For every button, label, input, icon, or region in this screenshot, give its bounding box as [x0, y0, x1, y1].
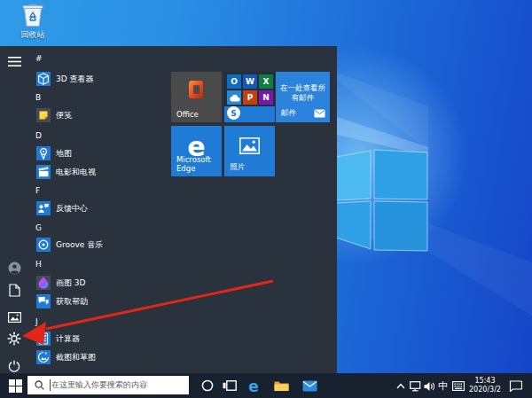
app-item-label: 截图和草图 — [56, 352, 96, 363]
feedback-icon — [36, 201, 51, 215]
tile-office[interactable]: Office — [171, 72, 222, 122]
tile-photos[interactable]: 照片 — [224, 126, 275, 176]
rail-power-button[interactable] — [6, 358, 22, 374]
task-view-icon — [223, 379, 237, 392]
tile-office-label: Office — [176, 110, 199, 119]
file-explorer-button[interactable] — [273, 378, 289, 393]
chevron-up-icon — [396, 383, 405, 389]
volume-status[interactable] — [423, 380, 436, 392]
paint-3d-icon — [36, 276, 51, 290]
rail-settings-button[interactable] — [6, 331, 22, 347]
clock-time: 15:43 — [465, 377, 505, 386]
app-section-header-2[interactable]: D — [35, 130, 42, 141]
tray-expand-button[interactable] — [395, 381, 407, 390]
search-placeholder: 在这里输入你要搜索的内容 — [51, 379, 147, 391]
cortana-icon — [201, 379, 214, 392]
app-section-header-0[interactable]: # — [35, 53, 43, 64]
start-menu: #3D 查看器B便笺D地图电影和电视F反馈中心GGroove 音乐H画图 3D获… — [0, 46, 337, 373]
network-status[interactable] — [409, 380, 423, 392]
app-item[interactable]: 便笺 — [36, 108, 72, 122]
movies-tv-icon — [36, 165, 51, 179]
app-section-header-3[interactable]: F — [35, 185, 40, 196]
app-item-label: 地图 — [56, 148, 72, 160]
recycle-bin-icon — [21, 2, 44, 28]
app-item[interactable]: 截图和草图 — [36, 350, 96, 364]
app-item[interactable]: Groove 音乐 — [36, 238, 103, 252]
app-item[interactable]: 3D 查看器 — [36, 72, 94, 86]
app-item-label: 画图 3D — [56, 277, 86, 289]
sticky-note-icon — [36, 108, 51, 122]
action-center-button[interactable] — [507, 379, 523, 393]
groove-music-icon — [36, 238, 51, 252]
app-section-header-6[interactable]: J — [35, 316, 38, 327]
app-section-header-1[interactable]: B — [35, 92, 41, 103]
edge-taskbar-button[interactable]: e — [245, 378, 262, 394]
tile-mail[interactable]: 在一处查看所有邮件 邮件 — [276, 72, 330, 122]
recycle-bin[interactable]: 回收站 — [12, 2, 53, 41]
rail-user-button[interactable] — [6, 260, 22, 276]
tile-photos-label: 照片 — [230, 162, 245, 173]
edge-icon: e — [248, 378, 259, 394]
rail-documents-button[interactable] — [6, 282, 22, 298]
envelope-icon — [314, 109, 325, 118]
app-item-label: 反馈中心 — [56, 203, 88, 215]
clock-date: 2020/3/2 — [465, 386, 505, 394]
start-button[interactable] — [7, 378, 24, 394]
mini-tile-word-icon: W — [243, 74, 257, 89]
photos-icon — [239, 137, 260, 154]
tile-microsoft-edge[interactable]: e Microsoft Edge — [171, 126, 222, 176]
text-cursor — [50, 379, 51, 391]
rail-pictures-button[interactable] — [6, 309, 22, 325]
app-section-header-4[interactable]: G — [35, 222, 42, 233]
taskbar-clock[interactable]: 15:43 2020/3/2 — [465, 373, 505, 398]
app-item-label: 计算器 — [56, 333, 80, 345]
folder-icon — [274, 379, 289, 392]
network-icon — [410, 381, 422, 392]
action-center-icon — [509, 380, 522, 392]
mail-envelope-icon — [302, 380, 317, 392]
windows-logo-icon — [9, 379, 22, 393]
get-help-icon — [36, 294, 51, 308]
office-logo-icon — [186, 80, 206, 99]
keyboard-icon — [452, 381, 465, 391]
touch-keyboard-button[interactable] — [451, 380, 466, 392]
app-item[interactable]: 计算器 — [36, 332, 80, 346]
taskbar: 在这里输入你要搜索的内容 e — [0, 373, 532, 398]
app-item-label: 便笺 — [56, 110, 72, 121]
app-item[interactable]: 获取帮助 — [36, 294, 88, 308]
mail-tile-headline: 在一处查看所有邮件 — [276, 83, 330, 103]
mini-tile-outlook-icon: O — [227, 74, 241, 89]
search-icon — [35, 380, 44, 390]
taskbar-search-input[interactable]: 在这里输入你要搜索的内容 — [27, 375, 190, 395]
mail-tile-label: 邮件 — [281, 108, 296, 119]
app-item-label: Groove 音乐 — [56, 239, 103, 251]
speaker-icon — [424, 381, 435, 392]
recycle-bin-label: 回收站 — [12, 29, 53, 41]
app-item[interactable]: 电影和电视 — [36, 165, 96, 179]
ime-indicator[interactable]: 中 — [436, 378, 450, 393]
app-item-label: 3D 查看器 — [56, 74, 94, 85]
task-view-button[interactable] — [222, 378, 237, 393]
cortana-button[interactable] — [200, 378, 215, 393]
mini-tile-onedrive-icon — [227, 90, 241, 105]
mini-tile-skype-icon: S — [227, 106, 240, 120]
app-section-header-5[interactable]: H — [35, 259, 42, 269]
mail-taskbar-button[interactable] — [301, 379, 317, 392]
mini-tile-powerpoint-icon: P — [243, 90, 257, 105]
tile-office-apps-folder[interactable]: OWXPNS — [224, 72, 275, 122]
app-item-label: 获取帮助 — [56, 296, 88, 308]
tile-edge-label: Microsoft Edge — [176, 155, 222, 173]
rail-menu-button[interactable] — [6, 53, 22, 69]
app-item[interactable]: 反馈中心 — [36, 201, 88, 215]
app-item[interactable]: 画图 3D — [36, 276, 86, 290]
desktop: 回收站 #3D 查看器B便笺D地图电影和电视F反馈中心GGroove 音乐H画图… — [0, 0, 532, 398]
map-pin-icon — [36, 146, 51, 160]
calculator-icon — [36, 332, 51, 346]
mini-tile-excel-icon: X — [259, 74, 273, 89]
app-item-label: 电影和电视 — [56, 167, 96, 178]
mini-tile-onenote-icon: N — [259, 90, 273, 105]
app-item[interactable]: 地图 — [36, 146, 72, 160]
snip-sketch-icon — [36, 350, 51, 364]
cube-3d-icon — [36, 72, 51, 86]
